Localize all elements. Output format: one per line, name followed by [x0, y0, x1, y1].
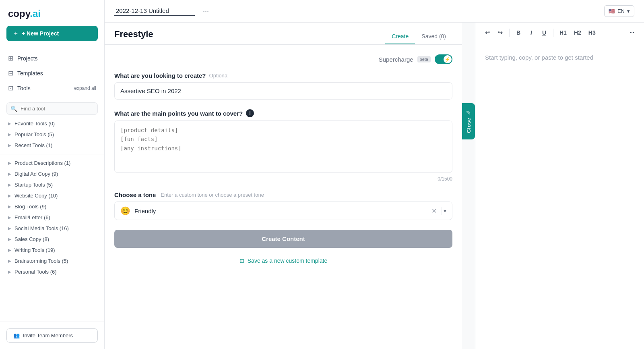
editor-panel: ↩ ↪ B I U H1 H2 H3 ··· Start typing, cop…: [475, 23, 644, 349]
tools-header[interactable]: ⊡ Tools expand all: [0, 81, 104, 96]
email-letter-label: Email/Letter (6): [14, 214, 50, 220]
editor-toolbar: ↩ ↪ B I U H1 H2 H3 ···: [475, 23, 644, 43]
search-icon: 🔍: [10, 106, 17, 112]
sidebar-item-website-copy[interactable]: ▶ Website Copy (10): [0, 190, 104, 201]
tab-saved[interactable]: Saved (0): [415, 29, 452, 44]
tool-categories: ▶ Product Descriptions (1) ▶ Digital Ad …: [0, 158, 104, 277]
create-field-section: What are you looking to create? Optional: [114, 72, 452, 100]
h3-button[interactable]: H3: [586, 27, 599, 38]
sidebar-item-digital-ad-copy[interactable]: ▶ Digital Ad Copy (9): [0, 168, 104, 179]
invite-icon: 👥: [13, 332, 20, 339]
new-project-label: + New Project: [22, 30, 59, 37]
freestyle-title: Freestyle: [114, 29, 153, 44]
tone-clear-button[interactable]: ✕: [428, 207, 440, 215]
freestyle-tabs: Create Saved (0): [385, 29, 452, 44]
expand-all-button[interactable]: expand all: [74, 85, 96, 91]
tone-value: Friendly: [134, 208, 428, 214]
sidebar-item-favorite-tools[interactable]: ▶ Favorite Tools (0): [0, 118, 104, 129]
save-template-label: Save as a new custom template: [248, 258, 327, 264]
tone-label: Choose a tone: [114, 191, 156, 198]
chevron-right-icon: ▶: [8, 132, 11, 137]
create-content-button[interactable]: Create Content: [114, 230, 452, 248]
toolbar-more-button[interactable]: ···: [626, 27, 638, 38]
sidebar-item-startup-tools[interactable]: ▶ Startup Tools (5): [0, 179, 104, 190]
new-project-button[interactable]: ＋ + New Project: [6, 26, 98, 41]
toggle-knob: ⚡: [444, 55, 452, 63]
editor-body[interactable]: Start typing, copy, or paste to get star…: [475, 43, 644, 349]
chevron-right-icon: ▶: [8, 237, 11, 241]
supercharge-toggle[interactable]: ⚡: [435, 54, 452, 64]
close-tab[interactable]: ✎ Close: [462, 103, 475, 139]
sidebar: copy.ai ＋ + New Project ⊞ Projects ⊟ Tem…: [0, 0, 105, 349]
redo-button[interactable]: ↪: [495, 27, 506, 38]
doc-more-button[interactable]: ···: [200, 5, 212, 17]
beta-badge: beta: [417, 56, 431, 62]
h2-button[interactable]: H2: [571, 27, 584, 38]
field1-label-row: What are you looking to create? Optional: [114, 72, 452, 79]
sidebar-item-writing-tools[interactable]: ▶ Writing Tools (19): [0, 245, 104, 256]
bold-button[interactable]: B: [513, 27, 524, 38]
main-points-section: What are the main points you want to cov…: [114, 109, 452, 182]
freestyle-body: Supercharge beta ⚡ What are you looking …: [105, 45, 462, 349]
favorite-tools-label: Favorite Tools (0): [14, 120, 55, 127]
projects-label: Projects: [17, 55, 38, 62]
toggle-track[interactable]: ⚡: [435, 54, 452, 64]
h1-button[interactable]: H1: [557, 27, 570, 38]
chevron-right-icon: ▶: [8, 183, 11, 187]
chevron-right-icon: ▶: [8, 204, 11, 209]
underline-button[interactable]: U: [539, 27, 550, 38]
field1-label: What are you looking to create?: [114, 72, 206, 79]
sidebar-item-email-letter[interactable]: ▶ Email/Letter (6): [0, 212, 104, 223]
sidebar-item-brainstorming-tools[interactable]: ▶ Brainstorming Tools (5): [0, 256, 104, 266]
blog-tools-label: Blog Tools (9): [14, 204, 46, 210]
chevron-right-icon: ▶: [8, 143, 11, 147]
plus-icon: ＋: [13, 30, 19, 37]
logo-dot: .: [30, 8, 33, 19]
doc-title-area: ···: [114, 5, 212, 17]
sidebar-item-social-media-tools[interactable]: ▶ Social Media Tools (16): [0, 223, 104, 234]
writing-tools-label: Writing Tools (19): [14, 247, 55, 253]
search-input[interactable]: [6, 102, 98, 115]
language-button[interactable]: 🇺🇸 EN ▾: [604, 5, 634, 17]
bolt-icon: ⚡: [445, 57, 450, 62]
tone-chevron-icon[interactable]: ▾: [444, 208, 446, 214]
field2-label-row: What are the main points you want to cov…: [114, 109, 452, 117]
sidebar-item-product-descriptions[interactable]: ▶ Product Descriptions (1): [0, 158, 104, 168]
logo: copy.ai: [0, 0, 104, 26]
optional-label: Optional: [209, 73, 229, 79]
tools-label: Tools: [17, 85, 31, 91]
invite-team-members-button[interactable]: 👥 Invite Team Members: [6, 328, 98, 343]
tab-create[interactable]: Create: [385, 29, 415, 44]
tone-hint: Enter a custom tone or choose a preset t…: [161, 192, 264, 198]
sidebar-item-recent-tools[interactable]: ▶ Recent Tools (1): [0, 140, 104, 151]
startup-tools-label: Startup Tools (5): [14, 182, 53, 188]
chevron-right-icon: ▶: [8, 270, 11, 274]
sidebar-item-blog-tools[interactable]: ▶ Blog Tools (9): [0, 201, 104, 212]
chevron-right-icon: ▶: [8, 259, 11, 263]
info-icon[interactable]: i: [246, 109, 254, 117]
italic-button[interactable]: I: [526, 27, 537, 38]
sidebar-item-projects[interactable]: ⊞ Projects: [0, 51, 104, 66]
supercharge-row: Supercharge beta ⚡: [114, 54, 452, 64]
tool-groups-top: ▶ Favorite Tools (0) ▶ Popular Tools (5)…: [0, 118, 104, 151]
website-copy-label: Website Copy (10): [14, 193, 58, 199]
main-points-textarea[interactable]: [114, 120, 452, 173]
projects-icon: ⊞: [8, 54, 13, 62]
sidebar-item-templates[interactable]: ⊟ Templates: [0, 66, 104, 81]
main: ··· 🇺🇸 EN ▾ Freestyle Create Saved (0): [105, 0, 644, 349]
chevron-right-icon: ▶: [8, 248, 11, 252]
chevron-down-icon: ▾: [627, 8, 630, 14]
content-area: Freestyle Create Saved (0) Supercharge b…: [105, 23, 644, 349]
create-input[interactable]: [114, 82, 452, 100]
sidebar-item-personal-tools[interactable]: ▶ Personal Tools (6): [0, 266, 104, 277]
tone-section: Choose a tone Enter a custom tone or cho…: [114, 191, 452, 220]
undo-button[interactable]: ↩: [482, 27, 493, 38]
save-template-button[interactable]: ⊡ Save as a new custom template: [114, 254, 452, 267]
sidebar-item-popular-tools[interactable]: ▶ Popular Tools (5): [0, 129, 104, 140]
tone-select[interactable]: 😊 Friendly ✕ ▾: [114, 202, 452, 220]
sidebar-item-sales-copy[interactable]: ▶ Sales Copy (8): [0, 234, 104, 245]
doc-title-input[interactable]: [114, 6, 195, 16]
toolbar-separator: [509, 29, 510, 37]
personal-tools-label: Personal Tools (6): [14, 269, 57, 275]
sidebar-bottom: 👥 Invite Team Members: [0, 322, 104, 349]
